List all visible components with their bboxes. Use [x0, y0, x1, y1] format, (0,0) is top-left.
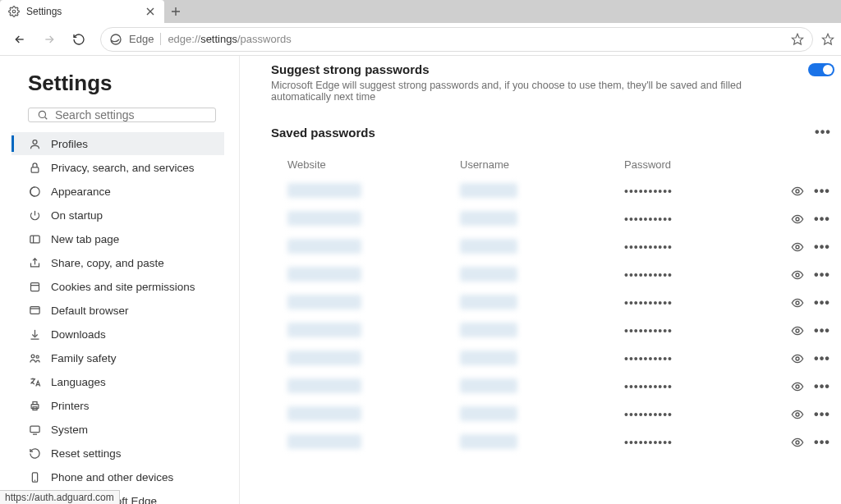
website-cell [287, 267, 460, 284]
website-cell [287, 351, 460, 368]
settings-nav: Profiles Privacy, search, and services A… [11, 132, 224, 504]
table-row[interactable]: •••••••••• ••• [271, 233, 834, 261]
printer-icon [28, 399, 41, 412]
lock-icon [28, 161, 41, 174]
search-settings-box[interactable] [28, 108, 216, 122]
settings-sidebar: Settings Profiles Privacy, search, and s… [0, 56, 240, 504]
username-cell [460, 406, 624, 424]
reveal-password-button[interactable] [785, 408, 810, 421]
table-row[interactable]: •••••••••• ••• [271, 177, 834, 205]
website-cell [287, 183, 460, 200]
reveal-password-button[interactable] [785, 324, 810, 337]
table-row[interactable]: •••••••••• ••• [271, 205, 834, 233]
gear-icon [8, 6, 20, 17]
sidebar-item-cookies[interactable]: Cookies and site permissions [11, 275, 224, 298]
sidebar-item-system[interactable]: System [11, 418, 224, 441]
sidebar-item-label: Family safety [51, 352, 117, 364]
edge-logo-icon [109, 33, 122, 46]
power-icon [28, 208, 41, 222]
reveal-password-button[interactable] [785, 268, 810, 282]
row-more-button[interactable]: ••• [810, 185, 834, 198]
reveal-password-button[interactable] [785, 352, 810, 365]
reveal-password-button[interactable] [785, 380, 810, 393]
svg-point-24 [796, 329, 799, 332]
reveal-password-button[interactable] [785, 436, 810, 449]
sidebar-item-share[interactable]: Share, copy, and paste [11, 251, 224, 274]
sidebar-item-default-browser[interactable]: Default browser [11, 299, 224, 322]
sidebar-item-reset[interactable]: Reset settings [11, 442, 224, 465]
password-cell: •••••••••• [624, 213, 785, 226]
svg-point-26 [796, 385, 799, 388]
password-cell: •••••••••• [624, 436, 785, 449]
browser-icon [28, 304, 41, 317]
sidebar-item-onstartup[interactable]: On startup [11, 204, 224, 227]
tab-settings[interactable]: Settings [0, 0, 164, 23]
sidebar-item-label: Printers [51, 400, 90, 412]
saved-passwords-more-button[interactable]: ••• [811, 121, 834, 144]
username-cell [460, 323, 624, 340]
row-more-button[interactable]: ••• [810, 296, 834, 309]
row-more-button[interactable]: ••• [810, 352, 834, 365]
row-more-button[interactable]: ••• [810, 380, 834, 393]
username-cell [460, 183, 624, 200]
svg-point-27 [796, 413, 799, 416]
forward-button[interactable] [36, 26, 62, 53]
sidebar-item-family[interactable]: Family safety [11, 346, 224, 369]
svg-point-5 [33, 140, 37, 144]
row-more-button[interactable]: ••• [810, 268, 834, 282]
new-tab-button[interactable] [164, 0, 187, 23]
table-row[interactable]: •••••••••• ••• [271, 289, 834, 317]
sidebar-item-phone[interactable]: Phone and other devices [11, 465, 224, 488]
reveal-password-button[interactable] [785, 241, 810, 254]
refresh-button[interactable] [66, 26, 92, 53]
sidebar-item-label: New tab page [51, 233, 119, 245]
languages-icon [28, 375, 41, 388]
sidebar-item-label: Appearance [51, 186, 111, 198]
sidebar-item-label: Languages [51, 376, 106, 388]
phone-icon [28, 470, 41, 483]
sidebar-item-privacy[interactable]: Privacy, search, and services [11, 156, 224, 179]
sidebar-item-appearance[interactable]: Appearance [11, 180, 224, 203]
table-row[interactable]: •••••••••• ••• [271, 345, 834, 373]
favorite-button[interactable] [791, 33, 804, 46]
sidebar-item-profiles[interactable]: Profiles [11, 132, 224, 155]
sidebar-item-downloads[interactable]: Downloads [11, 323, 224, 346]
family-icon [28, 351, 41, 364]
suggest-passwords-row: Suggest strong passwords Microsoft Edge … [271, 61, 834, 103]
favorites-bar-icon[interactable] [821, 33, 834, 46]
row-more-button[interactable]: ••• [810, 213, 834, 226]
password-cell: •••••••••• [624, 352, 785, 365]
sidebar-item-printers[interactable]: Printers [11, 394, 224, 417]
search-icon [37, 109, 48, 121]
svg-point-21 [796, 245, 799, 249]
suggest-passwords-toggle[interactable] [808, 63, 834, 76]
search-input[interactable] [55, 108, 207, 121]
address-bar[interactable]: Edge edge://settings/passwords [100, 27, 813, 52]
table-row[interactable]: •••••••••• ••• [271, 317, 834, 345]
system-icon [28, 423, 41, 436]
sidebar-item-label: Downloads [51, 328, 106, 341]
tab-title: Settings [26, 6, 138, 17]
content-area: Settings Profiles Privacy, search, and s… [0, 56, 841, 504]
username-cell [460, 378, 624, 396]
sidebar-item-newtab[interactable]: New tab page [11, 227, 224, 250]
username-cell [460, 267, 624, 284]
reveal-password-button[interactable] [785, 296, 810, 309]
saved-passwords-header: Saved passwords ••• [271, 121, 834, 144]
sidebar-item-languages[interactable]: Languages [11, 370, 224, 393]
row-more-button[interactable]: ••• [810, 408, 834, 421]
close-icon[interactable] [145, 6, 156, 17]
reveal-password-button[interactable] [785, 213, 810, 226]
table-row[interactable]: •••••••••• ••• [271, 428, 834, 456]
table-row[interactable]: •••••••••• ••• [271, 261, 834, 289]
password-cell: •••••••••• [624, 296, 785, 309]
table-row[interactable]: •••••••••• ••• [271, 401, 834, 428]
row-more-button[interactable]: ••• [810, 324, 834, 337]
table-row[interactable]: •••••••••• ••• [271, 373, 834, 401]
username-cell [460, 239, 624, 256]
back-button[interactable] [7, 26, 33, 53]
row-more-button[interactable]: ••• [810, 436, 834, 449]
sidebar-item-label: On startup [51, 209, 103, 222]
row-more-button[interactable]: ••• [810, 241, 834, 254]
reveal-password-button[interactable] [785, 185, 810, 198]
